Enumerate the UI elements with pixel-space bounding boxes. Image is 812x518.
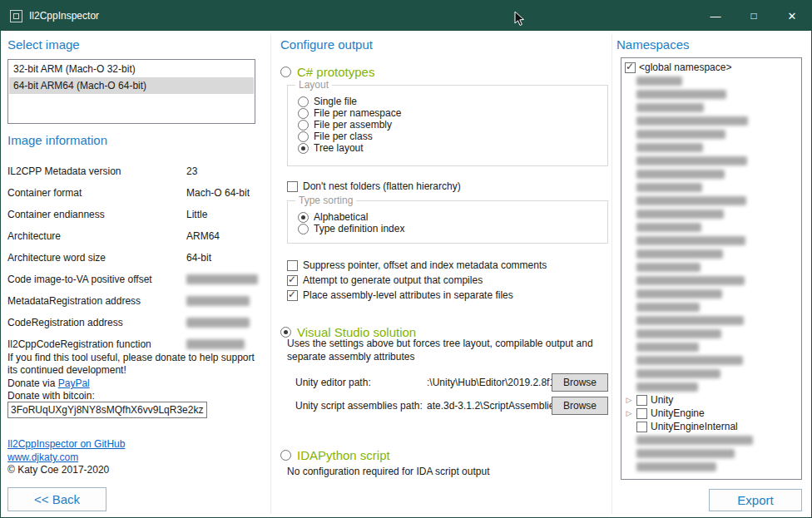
back-button[interactable]: << Back: [7, 487, 106, 511]
redacted-namespace: [636, 356, 743, 365]
redacted-namespace: [636, 130, 725, 139]
bitcoin-address-input[interactable]: [7, 402, 207, 418]
namespace-item[interactable]: ▷UnityEngine: [625, 407, 798, 420]
donate-text: If you find this tool useful, please don…: [7, 352, 257, 377]
namespace-item-global[interactable]: <global namespace>: [625, 61, 798, 74]
info-row: Code image-to-VA positive offset: [7, 269, 259, 290]
type-options: AlphabeticalType definition index: [288, 201, 607, 234]
radio-option-label: File per class: [314, 131, 373, 142]
redacted-namespace: [636, 196, 746, 205]
info-label: Il2CppCodeRegistration function: [7, 338, 186, 350]
redacted-namespace: [636, 116, 748, 126]
radio-icon: [298, 96, 309, 107]
redacted-namespace: [636, 436, 753, 445]
radio-option[interactable]: Type definition index: [298, 223, 607, 234]
github-link-line: Il2CppInspector on GitHub: [7, 438, 125, 450]
namespace-item-redacted: [625, 207, 798, 220]
radio-option[interactable]: Single file: [298, 96, 607, 107]
radio-option-label: File per assembly: [314, 119, 392, 131]
flatten-checkbox-row[interactable]: Don't nest folders (flatten hierarchy): [287, 180, 461, 193]
checkbox-icon: [287, 260, 298, 271]
redacted-namespace: [636, 329, 721, 338]
radio-icon: [280, 450, 291, 461]
namespace-item-redacted: [625, 380, 798, 393]
image-list-item[interactable]: 64-bit ARM64 (Mach-O 64-bit): [9, 77, 254, 94]
expander-icon[interactable]: ▷: [625, 393, 633, 407]
export-button[interactable]: Export: [709, 489, 802, 511]
radio-option[interactable]: File per namespace: [298, 107, 607, 119]
image-list[interactable]: 32-bit ARM (Mach-O 32-bit)64-bit ARM64 (…: [7, 59, 255, 124]
namespace-label: <global namespace>: [639, 62, 731, 73]
redacted-value: [186, 318, 250, 328]
option-checkbox-row[interactable]: Attempt to generate output that compiles: [287, 273, 547, 288]
website-link-line: www.djkaty.com: [7, 451, 78, 463]
radio-icon: [298, 108, 309, 119]
namespace-item-redacted: [625, 460, 798, 473]
github-link[interactable]: Il2CppInspector on GitHub: [7, 438, 125, 450]
namespace-item[interactable]: ▷Unity: [625, 393, 798, 407]
unity-script-path-value: ate.3d-3.1.2\ScriptAssemblies: [427, 400, 552, 412]
checkbox-checked-icon: [625, 62, 636, 73]
unity-script-path-row: Unity script assemblies path: ate.3d-3.1…: [295, 397, 608, 415]
namespace-item-redacted: [625, 353, 798, 367]
radio-option[interactable]: File per class: [298, 131, 607, 142]
layout-groupbox: Layout Single fileFile per namespaceFile…: [287, 85, 608, 166]
radio-icon: [298, 120, 309, 131]
radio-option-label: Type definition index: [314, 223, 404, 234]
app-window: Il2CppInspector — □ ✕ Select image 32-bi…: [0, 0, 812, 518]
redacted-namespace: [636, 170, 725, 179]
info-label: CodeRegistration address: [7, 317, 186, 328]
namespace-item-redacted: [625, 260, 798, 274]
namespace-item[interactable]: UnityEngineInternal: [625, 420, 798, 433]
radio-option-label: Tree layout: [314, 142, 364, 154]
maximize-button[interactable]: □: [735, 1, 773, 31]
namespaces-heading: Namespaces: [616, 37, 690, 52]
website-link[interactable]: www.djkaty.com: [7, 451, 78, 463]
info-row: Container formatMach-O 64-bit: [7, 182, 259, 204]
namespace-item-redacted: [625, 167, 798, 180]
checkbox-checked-icon: [287, 275, 298, 286]
checkbox-icon: [636, 408, 647, 419]
namespaces-panel: Namespaces <global namespace>▷Unity▷Unit…: [616, 37, 806, 518]
radio-selected-icon: [298, 212, 309, 223]
select-image-panel: Select image 32-bit ARM (Mach-O 32-bit)6…: [7, 37, 259, 518]
image-list-item[interactable]: 32-bit ARM (Mach-O 32-bit): [9, 61, 254, 77]
paypal-link[interactable]: PayPal: [58, 377, 90, 389]
namespace-item-redacted: [625, 446, 798, 460]
redacted-namespace: [636, 316, 744, 325]
redacted-namespace: [636, 369, 720, 378]
close-button[interactable]: ✕: [773, 1, 811, 31]
option-checkbox-row[interactable]: Suppress pointer, offset and index metad…: [287, 258, 547, 273]
browse-editor-button[interactable]: Browse: [552, 373, 608, 392]
unity-editor-path-row: Unity editor path: :\Unity\Hub\Editor\20…: [295, 373, 608, 392]
namespace-item-redacted: [625, 74, 798, 87]
window-controls: — □ ✕: [696, 1, 811, 31]
redacted-namespace: [636, 462, 716, 471]
titlebar[interactable]: Il2CppInspector — □ ✕: [1, 1, 811, 31]
info-row: MetadataRegistration address: [7, 290, 259, 312]
idapython-radio[interactable]: IDAPython script: [280, 446, 390, 463]
info-label: MetadataRegistration address: [7, 295, 186, 307]
option-checkbox-row[interactable]: Place assembly-level attributes in separ…: [287, 288, 547, 303]
redacted-namespace: [636, 103, 704, 112]
namespace-label: UnityEngineInternal: [651, 421, 738, 432]
browse-script-button[interactable]: Browse: [552, 397, 608, 415]
minimize-button[interactable]: —: [696, 1, 735, 31]
namespace-item-redacted: [625, 313, 798, 327]
radio-option[interactable]: Tree layout: [298, 142, 607, 154]
app-icon: [10, 10, 22, 22]
layout-group-title: Layout: [295, 79, 332, 91]
redacted-value: [186, 274, 258, 284]
namespace-item-redacted: [625, 367, 798, 380]
csharp-prototypes-radio[interactable]: C# prototypes: [280, 63, 374, 80]
copyright-text: © Katy Coe 2017-2020: [7, 464, 109, 476]
redacted-value: [186, 339, 245, 349]
radio-option-label: Single file: [314, 96, 357, 107]
radio-option[interactable]: File per assembly: [298, 119, 607, 131]
expander-icon[interactable]: ▷: [625, 407, 633, 420]
namespace-item-redacted: [625, 114, 798, 127]
radio-option[interactable]: Alphabetical: [298, 211, 607, 223]
bitcoin-label: Donate with bitcoin:: [7, 390, 95, 402]
redacted-namespace: [636, 276, 745, 285]
namespace-list[interactable]: <global namespace>▷Unity▷UnityEngineUnit…: [621, 57, 802, 480]
